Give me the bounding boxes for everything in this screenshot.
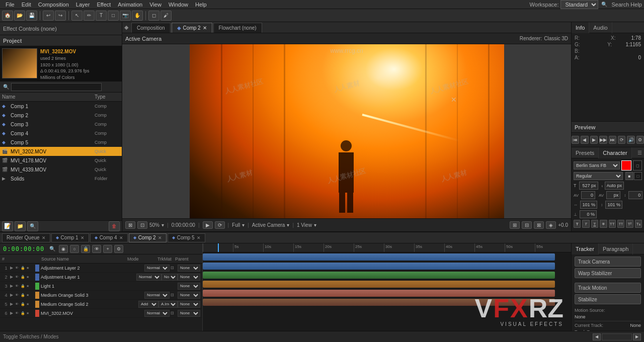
smallcaps-btn[interactable]: TT bbox=[617, 220, 624, 228]
comp5-timeline-tab[interactable]: ◆ Comp 5 ✕ bbox=[168, 233, 205, 242]
font-size-input[interactable] bbox=[579, 182, 598, 190]
tl-lock-all[interactable]: 🔒 bbox=[81, 245, 90, 253]
menu-window[interactable]: Window bbox=[165, 0, 192, 9]
menu-animation[interactable]: Animation bbox=[114, 0, 146, 9]
project-item-mvi3202[interactable]: 🎬 MVI_3202.MOV Quick bbox=[0, 147, 122, 156]
preview-play-btn[interactable]: ▶ bbox=[590, 136, 598, 144]
loop-btn[interactable]: ⟳ bbox=[215, 221, 225, 229]
layer-switch-6[interactable]: ⊡ bbox=[171, 311, 177, 315]
preview-prev-btn[interactable]: ◀ bbox=[581, 136, 588, 144]
comp4-close[interactable]: ✕ bbox=[119, 235, 123, 240]
font-family-dropdown[interactable]: Berlin Sans FB bbox=[574, 161, 620, 169]
scale-h-input[interactable] bbox=[580, 201, 597, 209]
layer-row-5[interactable]: 5 ▶ 👁 🔒 ★ Medium Orange Solid 2 Add A.In… bbox=[0, 300, 202, 309]
project-item-comp4[interactable]: ◆ Comp 4 Comp bbox=[0, 129, 122, 138]
toolbar-new[interactable]: 🏠 bbox=[2, 11, 13, 21]
toolbar-redo[interactable]: ↪ bbox=[55, 11, 66, 21]
tl-deselect-all[interactable]: ○ bbox=[70, 245, 79, 253]
preview-first-btn[interactable]: ⏮ bbox=[572, 136, 579, 144]
layer-mode-6[interactable]: Normal ▾ bbox=[144, 310, 170, 317]
find-btn[interactable]: 🔍 bbox=[27, 221, 38, 231]
comp1-timeline-tab[interactable]: ◆ Comp 1 ✕ bbox=[51, 233, 89, 242]
layer-mode-1[interactable]: Normal ▾ bbox=[144, 265, 170, 272]
presets-tab[interactable]: Presets bbox=[572, 147, 599, 158]
track-camera-btn[interactable]: Track Camera bbox=[575, 256, 641, 267]
layer-trkmat-5[interactable]: A.Inv bbox=[158, 301, 178, 308]
layer-expand-3[interactable]: ▶ bbox=[10, 284, 15, 288]
composition-viewer[interactable]: 人人素材社区 人人素材 人人素材社区 人人素材 人人素材社区 人人素材 bbox=[122, 44, 571, 218]
subscript-btn[interactable]: T₂ bbox=[635, 220, 642, 228]
tracker-tab[interactable]: Tracker bbox=[572, 243, 599, 254]
layer-expand-2[interactable]: ▶ bbox=[10, 275, 15, 279]
toolbar-text[interactable]: T bbox=[96, 11, 107, 21]
layer-eye-5[interactable]: 👁 bbox=[15, 302, 20, 307]
layer-expand-5[interactable]: ▶ bbox=[10, 302, 15, 306]
toolbar-undo[interactable]: ↩ bbox=[43, 11, 54, 21]
tl-scroll-bar[interactable] bbox=[602, 333, 632, 340]
leading-input[interactable] bbox=[628, 191, 642, 199]
paragraph-tab[interactable]: Paragraph bbox=[599, 243, 633, 254]
preview-settings-btn[interactable]: ⚙ bbox=[636, 136, 644, 144]
toolbar-hand[interactable]: ✋ bbox=[132, 11, 143, 21]
guides-btn[interactable]: ⊟ bbox=[522, 221, 532, 229]
info-tab[interactable]: Info bbox=[572, 22, 589, 33]
comp2-tab[interactable]: ◆ Comp 2 ✕ bbox=[172, 23, 212, 33]
grid-btn[interactable]: ⊞ bbox=[510, 221, 520, 229]
play-btn[interactable]: ▶ bbox=[203, 221, 213, 229]
layer-lock-6[interactable]: 🔒 bbox=[21, 311, 26, 316]
layer-parent-6[interactable]: None bbox=[178, 310, 200, 317]
superscript-btn[interactable]: T² bbox=[626, 220, 633, 228]
menu-layer[interactable]: Layer bbox=[72, 0, 94, 9]
bold-btn[interactable]: T bbox=[574, 220, 581, 228]
comp2-timeline-tab[interactable]: ◆ Comp 2 ✕ bbox=[129, 233, 167, 242]
tl-new-composition[interactable]: + bbox=[103, 245, 112, 253]
menu-composition[interactable]: Composition bbox=[35, 0, 72, 9]
baseline-input[interactable] bbox=[580, 210, 597, 218]
safe-zones-btn[interactable]: ⊠ bbox=[534, 221, 544, 229]
layer-row-3[interactable]: 3 ▶ 👁 🔒 ★ Light 1 None bbox=[0, 282, 202, 291]
layer-eye-2[interactable]: 👁 bbox=[15, 275, 20, 280]
layer-solo-1[interactable]: ★ bbox=[26, 266, 31, 271]
toggle-switches-label[interactable]: Toggle Switches / Modes bbox=[3, 334, 59, 339]
layer-solo-3[interactable]: ★ bbox=[26, 284, 31, 289]
layer-row-4[interactable]: 4 ▶ 👁 🔒 ★ Medium Orange Solid 3 Normal ▾… bbox=[0, 291, 202, 300]
layer-switch-1[interactable]: ⊡ bbox=[171, 266, 177, 270]
tracking-input[interactable] bbox=[581, 191, 595, 199]
layer-solo-6[interactable]: ★ bbox=[26, 311, 31, 316]
layer-eye-4[interactable]: 👁 bbox=[15, 293, 20, 298]
layer-parent-5[interactable]: None bbox=[178, 301, 200, 308]
project-item-comp1[interactable]: ◆ Comp 1 Comp bbox=[0, 102, 122, 111]
toolbar-open[interactable]: 📂 bbox=[14, 11, 25, 21]
strikethrough-btn[interactable]: T bbox=[600, 220, 607, 228]
menu-edit[interactable]: Edit bbox=[18, 0, 35, 9]
track-motion-btn[interactable]: Track Motion bbox=[575, 283, 641, 293]
layer-mode-2[interactable]: Normal ▾ bbox=[136, 274, 162, 281]
preview-audio-btn[interactable]: 🔊 bbox=[627, 136, 634, 144]
font-style-dropdown[interactable]: Regular bbox=[574, 172, 623, 180]
project-item-comp3[interactable]: ◆ Comp 3 Comp bbox=[0, 120, 122, 129]
warp-stabilizer-btn[interactable]: Warp Stabilizer bbox=[575, 268, 641, 278]
layer-parent-2[interactable]: None bbox=[178, 274, 200, 281]
layer-parent-1[interactable]: None bbox=[178, 265, 200, 272]
project-item-comp2[interactable]: ◆ Comp 2 Comp bbox=[0, 111, 122, 120]
kerning-input[interactable] bbox=[606, 191, 620, 199]
layer-eye-1[interactable]: 👁 bbox=[15, 266, 20, 271]
layer-lock-4[interactable]: 🔒 bbox=[21, 293, 26, 298]
camera-arrow[interactable]: ▾ bbox=[287, 222, 289, 228]
layer-mode-5[interactable]: Add bbox=[138, 301, 158, 308]
layer-eye-6[interactable]: 👁 bbox=[15, 311, 20, 316]
new-folder-btn[interactable]: 📁 bbox=[15, 221, 26, 231]
tl-zoom-out-btn[interactable]: ◀ bbox=[593, 333, 601, 340]
render-queue-close[interactable]: ✕ bbox=[42, 235, 46, 240]
transparency-btn[interactable]: ◈ bbox=[546, 221, 556, 229]
new-item-btn[interactable]: 📝 bbox=[2, 221, 13, 231]
tl-hide-all[interactable]: 👁 bbox=[92, 245, 101, 253]
color-swatch[interactable] bbox=[621, 160, 631, 170]
scale-v-input[interactable] bbox=[605, 201, 622, 209]
layer-row-6[interactable]: 6 ▶ 👁 🔒 ★ MVI_3202.MOV Normal ▾ ⊡ None bbox=[0, 309, 202, 318]
layer-expand-1[interactable]: ▶ bbox=[10, 266, 15, 270]
italic-btn[interactable]: T bbox=[582, 220, 589, 228]
tl-composition-settings[interactable]: ⚙ bbox=[114, 245, 123, 253]
toolbar-pen[interactable]: ✏ bbox=[84, 11, 95, 21]
time-display[interactable]: 0:00:00:00 bbox=[3, 245, 44, 252]
